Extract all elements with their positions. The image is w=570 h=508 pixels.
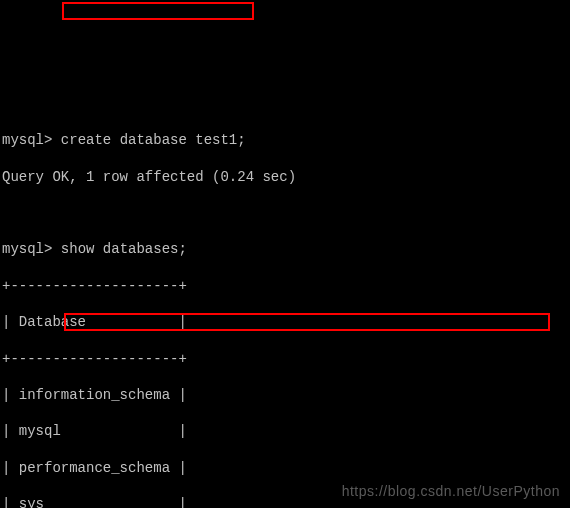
table-row: | information_schema | [2, 386, 568, 404]
table-border: +--------------------+ [2, 277, 568, 295]
blank [2, 204, 568, 222]
watermark-text: https://blog.csdn.net/UserPython [342, 482, 560, 500]
cmd-line-2: mysql> show databases; [2, 240, 568, 258]
table-header: | Database | [2, 313, 568, 331]
table-border: +--------------------+ [2, 350, 568, 368]
cmd-line-1: mysql> create database test1; [2, 131, 568, 149]
response-1: Query OK, 1 row affected (0.24 sec) [2, 168, 568, 186]
table-row: | mysql | [2, 422, 568, 440]
highlight-box-1 [62, 2, 254, 20]
table-row: | performance_schema | [2, 459, 568, 477]
